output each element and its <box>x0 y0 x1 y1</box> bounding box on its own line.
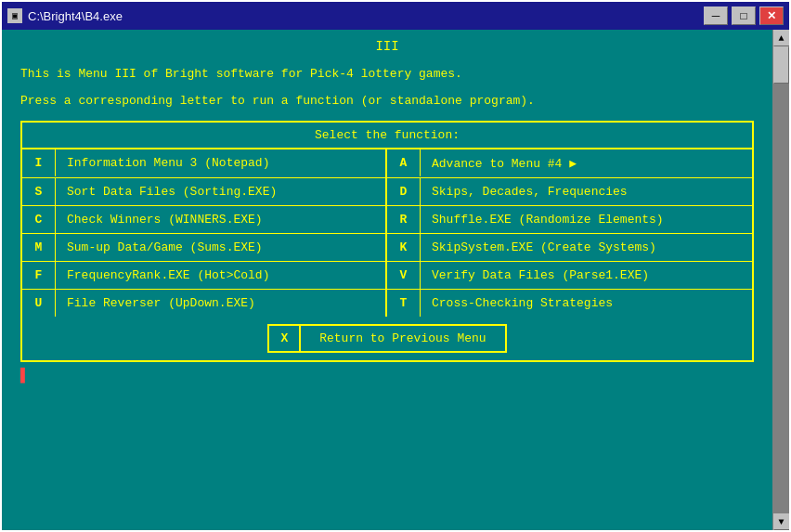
menu-key-F: F <box>22 262 56 289</box>
return-label: Return to Previous Menu <box>301 326 504 351</box>
menu-label-K: SkipSystem.EXE (Create Systems) <box>421 234 752 261</box>
menu-label-R: Shuffle.EXE (Randomize Elements) <box>421 206 752 233</box>
menu-item-S[interactable]: S Sort Data Files (Sorting.EXE) <box>22 178 387 206</box>
menu-key-T: T <box>387 290 421 317</box>
menu-label-A: Advance to Menu #4 ▶ <box>421 149 752 177</box>
menu-item-T[interactable]: T Cross-Checking Strategies <box>387 290 752 317</box>
return-key: X <box>269 326 301 351</box>
menu-item-C[interactable]: C Check Winners (WINNERS.EXE) <box>22 206 387 234</box>
menu-key-M: M <box>22 234 56 261</box>
main-window: ▣ C:\Bright4\B4.exe ─ □ ✕ III This is Me… <box>0 0 791 532</box>
menu-label-U: File Reverser (UpDown.EXE) <box>56 290 385 317</box>
menu-item-V[interactable]: V Verify Data Files (Parse1.EXE) <box>387 262 752 290</box>
menu-key-S: S <box>22 178 56 205</box>
menu-label-I: Information Menu 3 (Notepad) <box>56 149 385 176</box>
title-bar-controls: ─ □ ✕ <box>704 6 784 25</box>
menu-box: Select the function: I Information Menu … <box>20 121 754 362</box>
menu-item-D[interactable]: D Skips, Decades, Frequencies <box>387 178 752 206</box>
title-bar-left: ▣ C:\Bright4\B4.exe <box>7 8 123 23</box>
scroll-up-button[interactable]: ▲ <box>773 30 790 46</box>
menu-key-D: D <box>387 178 421 205</box>
return-row: X Return to Previous Menu <box>22 317 752 360</box>
menu-key-U: U <box>22 290 56 317</box>
scroll-down-button[interactable]: ▼ <box>773 513 790 530</box>
info-line-2: Press a corresponding letter to run a fu… <box>20 92 754 111</box>
menu-label-D: Skips, Decades, Frequencies <box>421 178 752 205</box>
menu-label-T: Cross-Checking Strategies <box>421 290 752 317</box>
menu-item-U[interactable]: U File Reverser (UpDown.EXE) <box>22 290 387 317</box>
content-wrapper: III This is Menu III of Bright software … <box>2 30 789 530</box>
menu-key-C: C <box>22 206 56 233</box>
menu-label-V: Verify Data Files (Parse1.EXE) <box>421 262 752 289</box>
close-button[interactable]: ✕ <box>759 6 784 25</box>
menu-title: Select the function: <box>22 123 752 149</box>
menu-grid: I Information Menu 3 (Notepad) A Advance… <box>22 149 752 317</box>
menu-item-M[interactable]: M Sum-up Data/Game (Sums.EXE) <box>22 234 387 262</box>
menu-label-M: Sum-up Data/Game (Sums.EXE) <box>56 234 385 261</box>
scroll-track[interactable] <box>773 46 789 513</box>
title-bar: ▣ C:\Bright4\B4.exe ─ □ ✕ <box>2 2 789 30</box>
menu-item-F[interactable]: F FrequencyRank.EXE (Hot>Cold) <box>22 262 387 290</box>
menu-key-I: I <box>22 149 56 176</box>
menu-key-A: A <box>387 149 421 176</box>
window-title: C:\Bright4\B4.exe <box>28 9 123 23</box>
terminal-content: III This is Menu III of Bright software … <box>2 30 772 530</box>
menu-item-I[interactable]: I Information Menu 3 (Notepad) <box>22 149 387 178</box>
maximize-button[interactable]: □ <box>732 6 756 25</box>
menu-key-R: R <box>387 206 421 233</box>
menu-heading: III <box>20 39 754 54</box>
info-line-1: This is Menu III of Bright software for … <box>20 65 754 84</box>
cursor: ▌ <box>20 368 30 384</box>
menu-item-R[interactable]: R Shuffle.EXE (Randomize Elements) <box>387 206 752 234</box>
menu-key-V: V <box>387 262 421 289</box>
menu-item-K[interactable]: K SkipSystem.EXE (Create Systems) <box>387 234 752 262</box>
menu-item-A[interactable]: A Advance to Menu #4 ▶ <box>387 149 752 178</box>
return-button[interactable]: X Return to Previous Menu <box>267 324 506 353</box>
menu-label-C: Check Winners (WINNERS.EXE) <box>56 206 385 233</box>
menu-label-S: Sort Data Files (Sorting.EXE) <box>56 178 385 205</box>
menu-label-F: FrequencyRank.EXE (Hot>Cold) <box>56 262 385 289</box>
menu-key-K: K <box>387 234 421 261</box>
scrollbar: ▲ ▼ <box>772 30 789 530</box>
window-icon: ▣ <box>7 8 22 23</box>
scroll-thumb[interactable] <box>773 46 789 84</box>
minimize-button[interactable]: ─ <box>704 6 728 25</box>
